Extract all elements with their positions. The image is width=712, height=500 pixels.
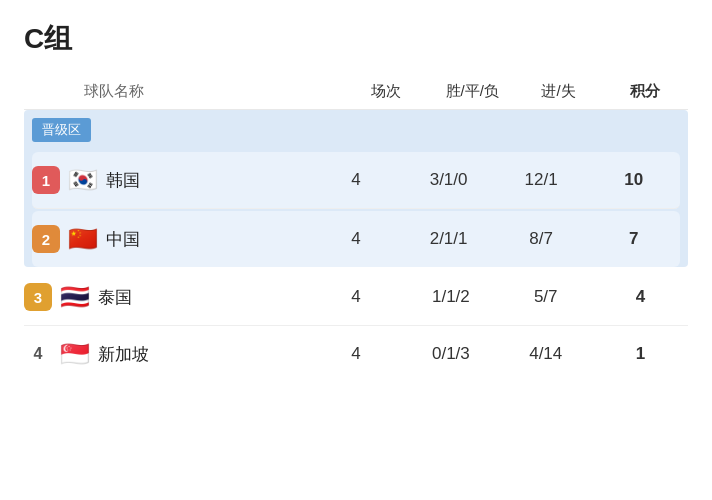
goals-thailand: 5/7 bbox=[498, 287, 593, 307]
record-thailand: 1/1/2 bbox=[403, 287, 498, 307]
team-info: 2 🇨🇳 中国 bbox=[32, 225, 310, 253]
goals-singapore: 4/14 bbox=[498, 344, 593, 364]
flag-singapore: 🇸🇬 bbox=[60, 342, 90, 366]
team-name-korea: 韩国 bbox=[106, 169, 140, 192]
header-goals: 进/失 bbox=[515, 82, 601, 101]
flag-korea: 🇰🇷 bbox=[68, 168, 98, 192]
team-info: 4 🇸🇬 新加坡 bbox=[24, 340, 309, 368]
points-singapore: 1 bbox=[593, 344, 688, 364]
standings-table: C组 球队名称 场次 胜/平/负 进/失 积分 晋级区 1 🇰🇷 韩国 4 3/… bbox=[24, 20, 688, 382]
rank-badge-2: 2 bbox=[32, 225, 60, 253]
team-name-thailand: 泰国 bbox=[98, 286, 132, 309]
team-row: 3 🇹🇭 泰国 4 1/1/2 5/7 4 bbox=[24, 269, 688, 326]
flag-china: 🇨🇳 bbox=[68, 227, 98, 251]
table-header: 球队名称 场次 胜/平/负 进/失 积分 bbox=[24, 74, 688, 110]
team-row: 2 🇨🇳 中国 4 2/1/1 8/7 7 bbox=[32, 211, 680, 267]
header-team: 球队名称 bbox=[24, 82, 343, 101]
points-korea: 10 bbox=[587, 170, 680, 190]
points-thailand: 4 bbox=[593, 287, 688, 307]
record-china: 2/1/1 bbox=[402, 229, 495, 249]
team-info: 3 🇹🇭 泰国 bbox=[24, 283, 309, 311]
team-name-singapore: 新加坡 bbox=[98, 343, 149, 366]
points-china: 7 bbox=[587, 229, 680, 249]
matches-korea: 4 bbox=[310, 170, 403, 190]
team-name-china: 中国 bbox=[106, 228, 140, 251]
team-row: 4 🇸🇬 新加坡 4 0/1/3 4/14 1 bbox=[24, 326, 688, 382]
matches-china: 4 bbox=[310, 229, 403, 249]
header-points: 积分 bbox=[602, 82, 688, 101]
rank-badge-1: 1 bbox=[32, 166, 60, 194]
promotion-section: 晋级区 1 🇰🇷 韩国 4 3/1/0 12/1 10 2 🇨🇳 中国 4 2/… bbox=[24, 110, 688, 267]
group-title: C组 bbox=[24, 20, 688, 58]
flag-thailand: 🇹🇭 bbox=[60, 285, 90, 309]
record-korea: 3/1/0 bbox=[402, 170, 495, 190]
matches-thailand: 4 bbox=[309, 287, 404, 307]
header-matches: 场次 bbox=[343, 82, 429, 101]
header-record: 胜/平/负 bbox=[429, 82, 515, 101]
rank-badge-3: 3 bbox=[24, 283, 52, 311]
record-singapore: 0/1/3 bbox=[403, 344, 498, 364]
team-info: 1 🇰🇷 韩国 bbox=[32, 166, 310, 194]
goals-china: 8/7 bbox=[495, 229, 588, 249]
matches-singapore: 4 bbox=[309, 344, 404, 364]
promotion-label: 晋级区 bbox=[32, 118, 91, 142]
goals-korea: 12/1 bbox=[495, 170, 588, 190]
rank-badge-4: 4 bbox=[24, 340, 52, 368]
team-row: 1 🇰🇷 韩国 4 3/1/0 12/1 10 bbox=[32, 152, 680, 209]
